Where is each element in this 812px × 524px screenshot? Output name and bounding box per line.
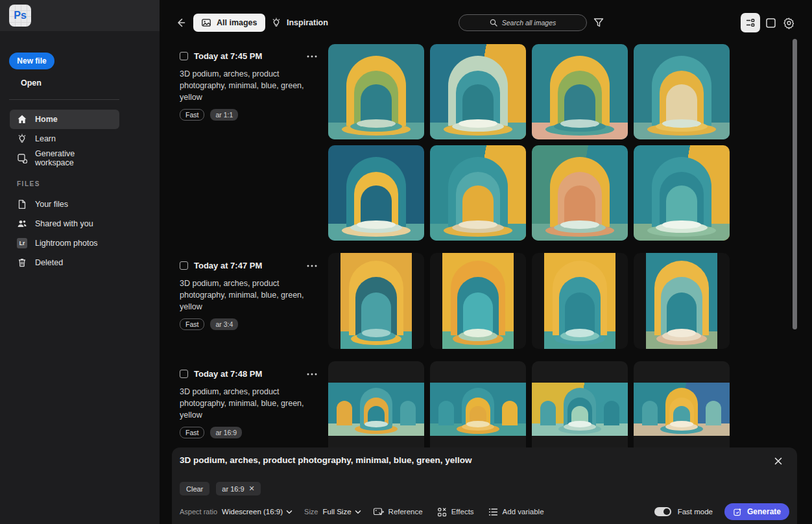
prompt-controls: Aspect ratio Widescreen (16:9) Size Full…	[180, 503, 789, 520]
sidebar-item-learn[interactable]: Learn	[10, 129, 119, 149]
image-grid	[328, 253, 730, 349]
grid-view-button[interactable]	[765, 16, 778, 29]
generated-image[interactable]	[634, 253, 730, 349]
group-checkbox[interactable]	[180, 52, 188, 60]
fast-mode-label: Fast mode	[678, 508, 713, 516]
list-view-button[interactable]	[741, 13, 760, 32]
group-prompt: 3D podium, arches, product photography, …	[180, 278, 313, 313]
generated-image[interactable]	[532, 253, 628, 349]
sidebar-item-home[interactable]: Home	[10, 110, 119, 129]
trash-icon	[17, 257, 27, 268]
generated-image[interactable]	[532, 361, 628, 457]
sidebar-item-label: Home	[35, 115, 58, 124]
ellipsis-icon	[307, 55, 317, 58]
sidebar-item-label: Generative workspace	[35, 149, 112, 167]
sidebar-item-shared-with-you[interactable]: Shared with you	[10, 214, 119, 233]
group-checkbox[interactable]	[180, 370, 188, 378]
people-icon	[17, 219, 27, 229]
generated-image[interactable]	[634, 361, 730, 457]
generated-image[interactable]	[430, 44, 526, 139]
add-variable-button[interactable]: Add variable	[488, 508, 544, 516]
filter-button[interactable]	[593, 16, 607, 30]
tab-label: Inspiration	[287, 18, 328, 27]
search-input[interactable]: Search all images	[459, 14, 587, 31]
chevron-down-icon	[355, 510, 361, 514]
tab-inspiration[interactable]: Inspiration	[267, 14, 332, 32]
size-select[interactable]: Size Full Size	[304, 508, 361, 516]
generated-image[interactable]	[328, 145, 424, 241]
generated-image[interactable]	[328, 44, 424, 139]
generated-image-art	[634, 383, 730, 436]
scrollbar[interactable]	[793, 39, 797, 329]
reference-button[interactable]: Reference	[373, 507, 423, 517]
sidebar-item-deleted[interactable]: Deleted	[10, 253, 119, 272]
back-arrow-icon	[174, 16, 187, 29]
lightroom-icon: Lr	[17, 238, 27, 248]
close-panel-button[interactable]	[774, 454, 788, 468]
aspect-ratio-badge: ar 16:9	[210, 427, 242, 438]
sidebar-item-your-files[interactable]: Your files	[10, 195, 119, 214]
ellipsis-icon	[307, 265, 317, 267]
generated-image[interactable]	[532, 44, 628, 139]
generated-image-art	[328, 383, 424, 436]
clear-button[interactable]: Clear	[180, 482, 209, 495]
prompt-input[interactable]: 3D podium, arches, product photography, …	[180, 455, 763, 465]
generate-button[interactable]: Generate	[724, 503, 789, 520]
prompt-panel: 3D podium, arches, product photography, …	[172, 447, 797, 524]
effects-label: Effects	[451, 508, 474, 516]
square-view-icon	[765, 18, 778, 29]
generated-image-art	[634, 145, 730, 241]
generated-image[interactable]	[430, 361, 526, 457]
generated-image[interactable]	[634, 145, 730, 241]
funnel-icon	[593, 17, 607, 29]
generated-image-art	[532, 44, 628, 139]
generated-image-art	[442, 253, 514, 349]
files-nav: Your files Shared with you Lr Lightroom …	[10, 195, 119, 272]
remove-chip-icon[interactable]: ✕	[249, 484, 255, 493]
generated-image[interactable]	[532, 145, 628, 241]
generated-image-art	[328, 145, 424, 241]
speed-badge: Fast	[180, 318, 204, 330]
image-grid	[328, 361, 730, 457]
search-placeholder: Search all images	[502, 19, 556, 27]
effects-button[interactable]: Effects	[437, 507, 474, 517]
lightbulb-icon	[271, 18, 281, 28]
tab-label: All images	[217, 18, 257, 27]
sidebar-item-lightroom-photos[interactable]: Lr Lightroom photos	[10, 233, 119, 253]
generation-group-header: Today at 7:48 PM 3D podium, arches, prod…	[180, 369, 318, 438]
group-checkbox[interactable]	[180, 261, 188, 270]
aspect-ratio-chip[interactable]: ar 16:9 ✕	[216, 482, 260, 495]
settings-button[interactable]	[783, 16, 797, 30]
group-prompt: 3D podium, arches, product photography, …	[180, 68, 313, 103]
home-icon	[17, 114, 27, 125]
reference-label: Reference	[388, 508, 423, 516]
sidebar-item-generative-workspace[interactable]: Generative workspace	[10, 149, 119, 168]
generated-image[interactable]	[430, 253, 526, 349]
generated-image[interactable]	[328, 253, 424, 349]
generated-image[interactable]	[430, 145, 526, 241]
generated-image[interactable]	[634, 44, 730, 139]
generated-image[interactable]	[328, 361, 424, 457]
tab-all-images[interactable]: All images	[193, 14, 265, 32]
generate-sparkle-icon	[733, 507, 743, 517]
back-button[interactable]	[174, 16, 188, 30]
more-options-button[interactable]	[305, 372, 318, 377]
aspect-ratio-select[interactable]: Aspect ratio Widescreen (16:9)	[180, 508, 293, 516]
open-button[interactable]: Open	[21, 78, 42, 88]
fast-mode-toggle[interactable]	[654, 507, 671, 516]
images-icon	[201, 18, 211, 28]
generated-image-art	[430, 383, 526, 436]
new-file-button[interactable]: New file	[9, 53, 54, 69]
more-options-button[interactable]	[305, 54, 318, 59]
close-icon	[774, 457, 788, 466]
more-options-button[interactable]	[305, 263, 318, 268]
generation-group-header: Today at 7:47 PM 3D podium, arches, prod…	[180, 261, 318, 330]
group-timestamp: Today at 7:48 PM	[194, 369, 300, 379]
sidebar-divider	[9, 99, 119, 100]
group-timestamp: Today at 7:45 PM	[194, 51, 300, 61]
generate-label: Generate	[747, 507, 781, 516]
file-icon	[17, 199, 27, 209]
main-content: All images Inspiration Search all images	[160, 0, 812, 524]
image-grid	[328, 44, 730, 241]
files-section-header: FILES	[17, 180, 40, 187]
